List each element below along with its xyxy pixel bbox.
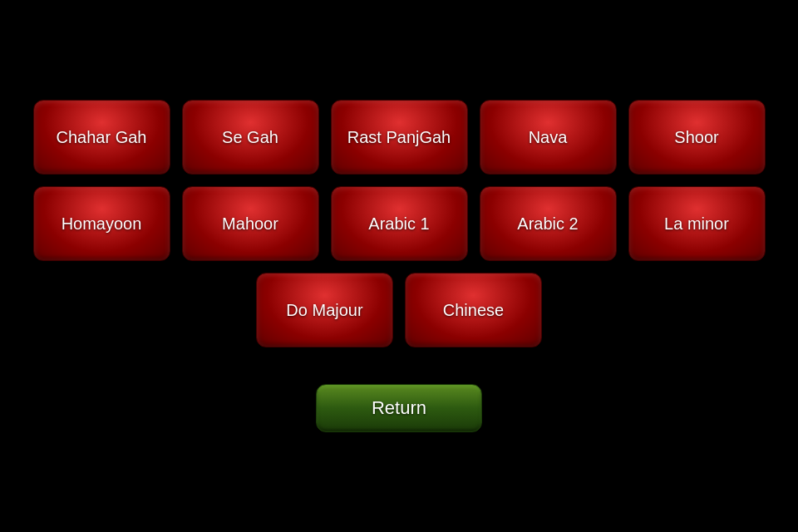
scale-btn-la-minor[interactable]: La minor xyxy=(628,186,766,261)
scale-btn-shoor[interactable]: Shoor xyxy=(628,100,766,175)
scale-btn-arabic-1[interactable]: Arabic 1 xyxy=(331,186,468,261)
scale-btn-se-gah[interactable]: Se Gah xyxy=(182,100,319,175)
scale-btn-mahoor[interactable]: Mahoor xyxy=(182,186,319,261)
scale-btn-do-majour[interactable]: Do Majour xyxy=(256,273,393,347)
scale-row-1: Chahar GahSe GahRast PanjGahNavaShoor xyxy=(33,100,766,175)
scale-row-3: Do MajourChinese xyxy=(256,273,542,347)
scale-btn-homayoon[interactable]: Homayoon xyxy=(33,186,170,261)
scale-btn-arabic-2[interactable]: Arabic 2 xyxy=(480,186,617,261)
scale-btn-rast-panjgah[interactable]: Rast PanjGah xyxy=(331,100,468,175)
scale-btn-chinese[interactable]: Chinese xyxy=(405,273,542,347)
return-button[interactable]: Return xyxy=(316,384,482,432)
scale-row-2: HomayoonMahoorArabic 1Arabic 2La minor xyxy=(33,186,766,261)
scale-btn-chahar-gah[interactable]: Chahar Gah xyxy=(33,100,170,175)
scale-button-grid: Chahar GahSe GahRast PanjGahNavaShoor Ho… xyxy=(33,100,766,432)
scale-btn-nava[interactable]: Nava xyxy=(480,100,617,175)
